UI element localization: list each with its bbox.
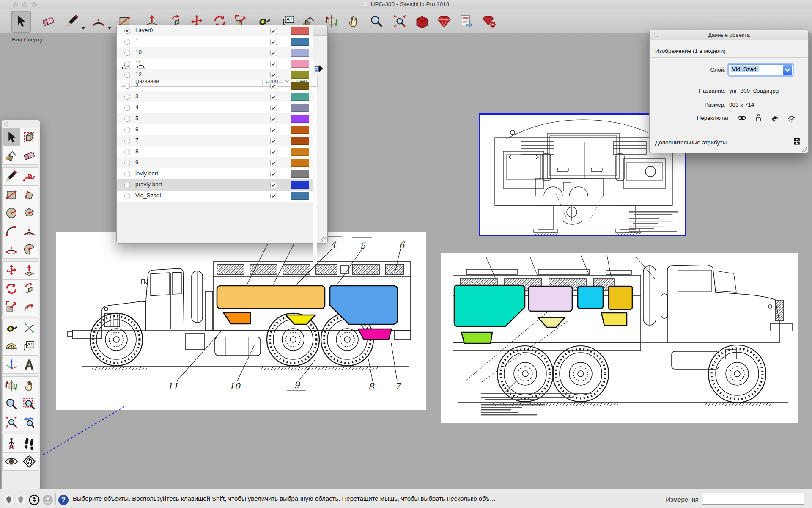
image-side-view-right[interactable] — [441, 253, 798, 423]
geolocation-pin-alt-icon[interactable] — [15, 494, 26, 505]
layer-current-radio[interactable] — [124, 116, 130, 122]
layer-visible-checkbox[interactable] — [270, 50, 277, 56]
eraser-tool-button[interactable] — [41, 14, 55, 28]
layer-row[interactable]: 8 — [117, 146, 313, 157]
layer-current-radio[interactable] — [124, 193, 130, 199]
arc-tool-button[interactable] — [20, 222, 38, 240]
layer-color-swatch[interactable] — [291, 60, 309, 68]
overlay-teal[interactable] — [454, 285, 525, 326]
axes-tool-button[interactable] — [2, 355, 20, 374]
text-tool-button[interactable]: A1 — [20, 337, 38, 356]
expand-attributes-button[interactable] — [793, 137, 801, 146]
overlay-magenta[interactable] — [358, 329, 392, 340]
push-pull-tool-button[interactable] — [20, 261, 38, 280]
eraser-tool-button[interactable] — [20, 146, 38, 165]
entity-info-close-button[interactable] — [654, 33, 658, 37]
position-camera-tool-button[interactable] — [2, 434, 20, 453]
paint-bucket-tool-button[interactable] — [2, 146, 20, 165]
entity-info-resize-handle[interactable] — [802, 147, 807, 152]
offset-tool-button[interactable] — [20, 298, 38, 316]
layer-color-swatch[interactable] — [291, 181, 309, 189]
overlay-amber[interactable] — [217, 286, 325, 309]
layer-visible-checkbox[interactable] — [270, 127, 277, 133]
geolocation-pin-icon[interactable] — [3, 494, 14, 505]
chevron-down-icon[interactable] — [783, 65, 792, 75]
layer-visible-checkbox[interactable] — [270, 94, 277, 100]
image-side-view-left[interactable]: 4 5 6 11 10 9 8 7 — [56, 232, 426, 410]
previous-view-tool-button[interactable] — [20, 413, 38, 431]
dropdown-caret-icon[interactable] — [108, 27, 111, 30]
section-plane-tool-button[interactable] — [20, 452, 38, 471]
layer-color-swatch[interactable] — [291, 115, 309, 123]
layer-color-swatch[interactable] — [291, 49, 309, 57]
layer-color-swatch[interactable] — [291, 38, 309, 46]
layer-color-swatch[interactable] — [291, 126, 309, 134]
palette-close-button[interactable] — [4, 122, 8, 126]
layer-color-swatch[interactable] — [291, 104, 309, 112]
layer-color-swatch[interactable] — [291, 148, 309, 156]
overlay-lavender[interactable] — [529, 286, 572, 311]
layer-visible-checkbox[interactable] — [270, 160, 277, 166]
layer-current-radio[interactable] — [124, 138, 130, 144]
measurements-input[interactable] — [702, 493, 804, 505]
layer-row[interactable]: 9 — [117, 157, 313, 168]
layer-current-radio[interactable] — [124, 149, 130, 155]
layer-row[interactable]: 4 — [117, 102, 313, 113]
zoom-extents-tool-button[interactable] — [392, 14, 407, 28]
orbit-tool-button[interactable] — [2, 376, 20, 395]
layer-row[interactable]: leviy bort — [117, 168, 313, 179]
arc-2point-tool-button[interactable] — [2, 222, 20, 240]
layer-color-swatch[interactable] — [291, 93, 309, 101]
layer-visible-checkbox[interactable] — [270, 171, 277, 177]
cast-shadows-icon[interactable] — [769, 113, 780, 123]
3d-text-tool-button[interactable] — [20, 355, 38, 374]
layer-current-radio[interactable] — [124, 160, 130, 166]
layer-row[interactable]: 5 — [117, 113, 313, 124]
layers-resize-handle[interactable] — [321, 237, 326, 242]
help-button[interactable]: ? — [58, 495, 69, 505]
layer-current-radio[interactable] — [124, 182, 130, 188]
layer-color-swatch[interactable] — [291, 27, 309, 35]
layer-row[interactable]: 1 — [117, 36, 313, 47]
layer-row[interactable]: 3 — [117, 91, 313, 102]
overlay-yellow[interactable] — [286, 315, 315, 324]
overlay-yellow2[interactable] — [601, 313, 627, 326]
layer-current-radio[interactable] — [124, 28, 130, 34]
layers-scrollbar-track[interactable] — [313, 87, 317, 263]
advanced-attributes-label[interactable]: Дополнительные атрибуты — [655, 139, 812, 146]
extension-warehouse-tool-button[interactable] — [437, 14, 451, 28]
layer-row[interactable]: 12 — [117, 69, 313, 80]
layer-row[interactable]: 7 — [117, 135, 313, 146]
rotated-rectangle-tool-button[interactable] — [20, 185, 38, 204]
layer-row[interactable]: 10 — [117, 47, 313, 58]
make-component-tool-button[interactable] — [20, 128, 38, 146]
layer-color-swatch[interactable] — [291, 192, 309, 200]
rectangle-tool-button[interactable] — [2, 185, 20, 204]
layer-visible-checkbox[interactable] — [270, 138, 277, 144]
overlay-cyan[interactable] — [578, 286, 603, 309]
layer-visible-checkbox[interactable] — [270, 182, 277, 188]
layer-current-radio[interactable] — [124, 127, 130, 133]
layer-row[interactable]: 2 — [117, 80, 313, 91]
layer-row[interactable]: 11 — [117, 58, 313, 69]
zoom-window-tool-button[interactable] — [20, 395, 38, 413]
zoom-tool-button[interactable] — [2, 395, 20, 413]
freehand-tool-button[interactable] — [20, 167, 38, 186]
layer-visible-checkbox[interactable] — [270, 116, 277, 122]
overlay-chartreuse[interactable] — [461, 332, 492, 343]
layer-current-radio[interactable] — [124, 39, 130, 45]
tape-measure-tool-button[interactable] — [2, 319, 20, 337]
layer-visible-checkbox[interactable] — [270, 61, 277, 67]
layer-current-radio[interactable] — [124, 61, 130, 67]
zoom-tool-button[interactable] — [369, 14, 384, 28]
layer-row[interactable]: praviy bort — [117, 179, 313, 190]
extension-manager-tool-button[interactable] — [482, 14, 497, 28]
rotate-tool-button[interactable] — [2, 279, 20, 298]
layer-current-radio[interactable] — [124, 72, 130, 78]
layer-current-radio[interactable] — [124, 105, 130, 111]
layer-visible-checkbox[interactable] — [270, 28, 277, 34]
line-tool-button[interactable] — [2, 167, 20, 186]
layer-current-radio[interactable] — [124, 94, 130, 100]
receive-shadows-icon[interactable] — [786, 113, 797, 123]
follow-me-tool-button[interactable] — [20, 279, 38, 298]
